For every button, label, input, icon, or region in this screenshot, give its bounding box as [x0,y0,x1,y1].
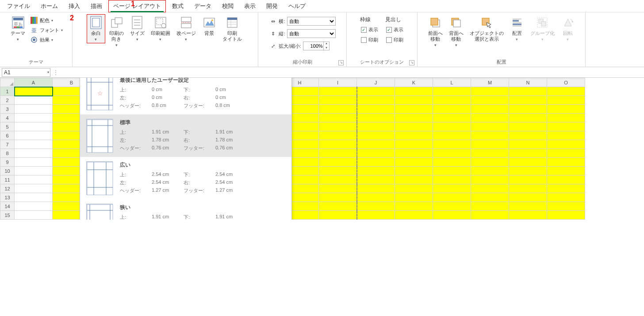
cell[interactable] [395,87,433,96]
row-header[interactable]: 2 [0,96,15,105]
margin-preset-item[interactable]: 標準 上:1.91 cm下:1.91 cm 左:1.78 cm右:1.78 cm… [80,114,291,157]
cell[interactable] [357,211,395,220]
cell[interactable] [15,202,53,211]
tab-home[interactable]: ホーム [36,0,62,12]
row-header[interactable]: 8 [0,149,15,158]
cell[interactable] [319,140,357,149]
cell[interactable] [357,158,395,167]
cell[interactable] [15,131,53,140]
cell[interactable] [319,96,357,105]
row-header[interactable]: 10 [0,167,15,175]
cell[interactable] [395,193,433,202]
cell[interactable] [395,105,433,114]
column-header[interactable]: O [547,78,585,87]
column-header[interactable]: A [15,78,53,87]
tab-view[interactable]: 表示 [240,0,260,12]
margin-preset-item[interactable]: 広い 上:2.54 cm下:2.54 cm 左:2.54 cm右:2.54 cm… [80,157,291,199]
cell[interactable] [509,140,547,149]
column-header[interactable]: K [395,78,433,87]
cell[interactable] [547,184,585,193]
cell[interactable] [15,96,53,105]
cell[interactable] [547,140,585,149]
cell[interactable] [433,193,471,202]
cell[interactable] [395,131,433,140]
cell[interactable] [547,96,585,105]
headings-view-checkbox[interactable]: ✓表示 [385,26,404,34]
background-button[interactable]: 背景 [200,14,218,38]
cell[interactable] [357,193,395,202]
row-header[interactable]: 3 [0,105,15,114]
cell[interactable] [471,96,509,105]
orientation-button[interactable]: 印刷の 向き ▾ [107,14,126,49]
cell[interactable] [15,211,53,220]
row-header[interactable]: 1 [0,87,15,96]
cell[interactable] [433,149,471,158]
cell[interactable] [357,167,395,175]
cell[interactable] [395,158,433,167]
cell[interactable] [433,140,471,149]
cell[interactable] [395,114,433,122]
print-titles-button[interactable]: 印刷 タイトル [220,14,244,43]
cell[interactable] [15,158,53,167]
cell[interactable] [319,149,357,158]
select-all-corner[interactable] [0,78,15,87]
cell[interactable] [357,122,395,131]
scale-width-select[interactable]: 自動 [287,17,336,26]
cell[interactable] [547,193,585,202]
row-header[interactable]: 13 [0,193,15,202]
cell[interactable] [471,114,509,122]
row-header[interactable]: 15 [0,211,15,220]
row-header[interactable]: 7 [0,140,15,149]
cell[interactable] [433,105,471,114]
cell[interactable] [547,131,585,140]
cell[interactable] [547,167,585,175]
cell[interactable] [509,149,547,158]
cell[interactable] [433,184,471,193]
cell[interactable] [433,122,471,131]
scale-height-select[interactable]: 自動 [287,29,336,38]
group-objects-button[interactable]: グループ化▾ [528,14,557,43]
cell[interactable] [509,202,547,211]
cell[interactable] [319,131,357,140]
cell[interactable] [395,211,433,220]
gridlines-view-checkbox[interactable]: ✓表示 [360,26,379,34]
name-box[interactable]: A1 ▾ [2,68,50,77]
tab-page-layout[interactable]: ページ レイアウト [108,0,166,12]
cell[interactable] [15,167,53,175]
row-header[interactable]: 12 [0,184,15,193]
cell[interactable] [509,105,547,114]
cell[interactable] [433,175,471,184]
cell[interactable] [319,193,357,202]
cell[interactable] [319,175,357,184]
cell[interactable] [357,202,395,211]
column-header[interactable]: L [433,78,471,87]
cell[interactable] [433,96,471,105]
cell[interactable] [471,122,509,131]
cell[interactable] [547,87,585,96]
cell[interactable] [395,167,433,175]
dialog-launcher-icon[interactable]: ↘ [338,60,344,65]
cell[interactable] [15,175,53,184]
tab-insert[interactable]: 挿入 [64,0,84,12]
margin-preset-item[interactable]: ☆ 最後に適用したユーザー設定 上:0 cm下:0 cm 左:0 cm右:0 c… [80,78,291,114]
tab-review[interactable]: 校閲 [218,0,238,12]
cell[interactable] [509,87,547,96]
bring-forward-button[interactable]: 前面へ 移動▾ [426,14,445,49]
cell[interactable] [471,87,509,96]
cell[interactable] [395,175,433,184]
selection-pane-button[interactable]: オブジェクトの 選択と表示 [468,14,506,43]
cell[interactable] [319,87,357,96]
rotate-button[interactable]: 回転▾ [559,14,577,43]
cell[interactable] [319,122,357,131]
tab-draw[interactable]: 描画 [86,0,107,12]
cell[interactable] [433,211,471,220]
cell[interactable] [547,211,585,220]
row-header[interactable]: 4 [0,114,15,122]
cell[interactable] [471,175,509,184]
cell[interactable] [547,105,585,114]
cell[interactable] [357,184,395,193]
cell[interactable] [433,202,471,211]
cell[interactable] [471,211,509,220]
tab-formulas[interactable]: 数式 [168,0,188,12]
cell[interactable] [357,140,395,149]
